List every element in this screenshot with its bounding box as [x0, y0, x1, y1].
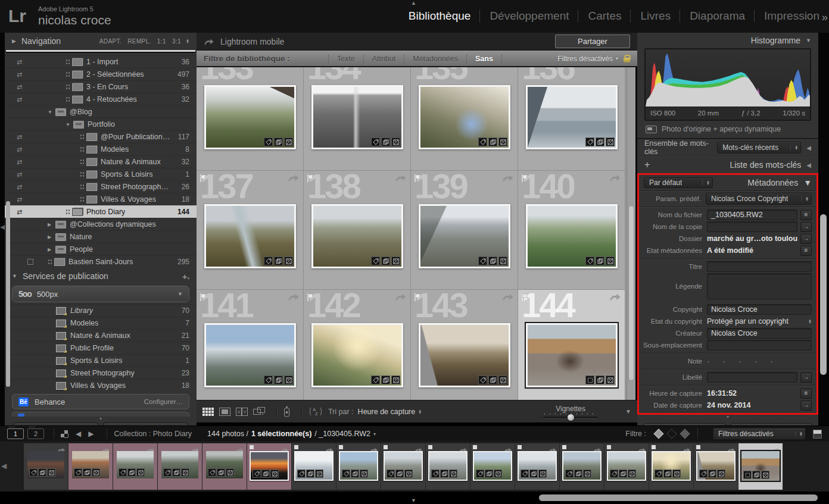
photo-thumbnail[interactable]: [311, 204, 403, 268]
module-tab[interactable]: Diaporama: [680, 10, 745, 23]
grid-cell[interactable]: 143: [411, 290, 518, 400]
develop-badge-icon[interactable]: [360, 469, 368, 478]
rotate-arrow-icon[interactable]: [502, 293, 514, 301]
keyword-badge-icon[interactable]: [610, 469, 618, 478]
develop-badge-icon[interactable]: [391, 256, 400, 265]
develop-badge-icon[interactable]: [47, 468, 55, 477]
keyword-badge-icon[interactable]: [297, 469, 306, 478]
module-tab[interactable]: Bibliothèque: [409, 10, 471, 23]
filmstrip-frame[interactable]: [247, 443, 292, 490]
zoom-option[interactable]: REMPL.: [127, 38, 151, 45]
loupe-view-icon[interactable]: [219, 408, 230, 416]
rejected-filter-icon[interactable]: [680, 429, 690, 439]
keyword-badge-icon[interactable]: [521, 469, 529, 478]
title-field[interactable]: [707, 261, 812, 272]
keyword-badge-icon[interactable]: [29, 468, 38, 477]
filmstrip-frame[interactable]: [604, 443, 649, 490]
secondary-window-button[interactable]: 2: [27, 428, 44, 439]
keyword-badge-icon[interactable]: [208, 468, 216, 477]
add-service-icon[interactable]: +▾: [182, 271, 189, 281]
keyword-set-dropdown[interactable]: Mots-clés récents ▲▼: [717, 142, 801, 154]
collection-badge-icon[interactable]: [596, 375, 604, 384]
develop-badge-icon[interactable]: [628, 469, 636, 478]
module-tab[interactable]: Développement: [479, 10, 569, 23]
painter-spray-icon[interactable]: [283, 406, 290, 417]
filename-field[interactable]: _1030405.RW2: [707, 209, 797, 220]
filmstrip-filter-dropdown[interactable]: Filtres désactivés ▲▼: [713, 428, 806, 440]
photo-thumbnail[interactable]: [311, 85, 403, 149]
publish-services-header[interactable]: ▼ Services de publication +▾: [5, 268, 197, 284]
photo-thumbnail[interactable]: [526, 85, 618, 149]
filmstrip-thumbnail[interactable]: [696, 451, 735, 481]
collection-row[interactable]: ⇄ Nature & Animaux 32: [5, 155, 197, 168]
grid-cell[interactable]: 136: [518, 67, 625, 171]
published-collection-row[interactable]: Library 70: [5, 304, 197, 317]
go-arrow-button[interactable]: →: [800, 372, 812, 383]
expand-triangle-icon[interactable]: [48, 222, 55, 227]
photo-thumbnail[interactable]: [419, 85, 510, 149]
zoom-option[interactable]: 3:1: [172, 38, 181, 45]
keyword-list-header[interactable]: + Liste des mots-clés ◀: [637, 156, 818, 173]
collection-row[interactable]: ⇄ 1 - Import 36: [5, 55, 197, 68]
grid-cell[interactable]: 141: [197, 290, 304, 400]
develop-badge-icon[interactable]: [92, 468, 100, 477]
develop-badge-icon[interactable]: [498, 256, 507, 265]
keyword-badge-icon[interactable]: [74, 468, 82, 477]
bottom-panel-toggle-icon[interactable]: ▼: [411, 497, 416, 503]
keyword-badge-icon[interactable]: [565, 469, 574, 478]
action-list-button[interactable]: ≡: [800, 389, 812, 399]
filmstrip-thumbnail[interactable]: [428, 451, 468, 481]
filter-tab[interactable]: Métadonnées: [404, 55, 466, 63]
develop-badge-icon[interactable]: [538, 469, 547, 478]
collection-row[interactable]: ⇄ Bastien Saint-Jours 295: [5, 255, 197, 268]
collection-badge-icon[interactable]: [127, 468, 136, 477]
flag-icon[interactable]: [414, 174, 422, 183]
develop-badge-icon[interactable]: [717, 469, 725, 478]
expand-triangle-icon[interactable]: [48, 109, 55, 115]
panel-resize-caret[interactable]: ▾: [5, 417, 197, 421]
filmstrip-frame[interactable]: [24, 443, 68, 490]
go-arrow-button[interactable]: →: [800, 222, 812, 232]
filmstrip-frame[interactable]: [381, 443, 426, 490]
flag-icon[interactable]: [521, 174, 529, 183]
rotate-arrow-icon[interactable]: [609, 174, 621, 182]
filmstrip-frame[interactable]: [649, 443, 694, 490]
collection-badge-icon[interactable]: [485, 469, 493, 478]
crop-badge-icon[interactable]: [743, 471, 752, 479]
dropdown-spinner-icon[interactable]: ▲▼: [808, 319, 812, 324]
keyword-badge-icon[interactable]: [371, 375, 380, 384]
collection-row[interactable]: ⇄ Street Photograph… 26: [5, 180, 197, 193]
published-collection-row[interactable]: Nature & Animaux 21: [5, 329, 197, 342]
keyword-badge-icon[interactable]: [585, 137, 594, 146]
grid-cell[interactable]: 133: [197, 67, 304, 171]
keyword-badge-icon[interactable]: [478, 256, 487, 265]
filter-toggle-switch[interactable]: [813, 430, 822, 439]
filmstrip-thumbnail[interactable]: [161, 451, 198, 478]
rotate-arrow-icon[interactable]: [288, 293, 300, 301]
previous-photo-icon[interactable]: ◀: [76, 430, 81, 438]
collection-badge-icon[interactable]: [529, 469, 538, 478]
collection-row[interactable]: ⇄ 3 - En Cours 36: [5, 80, 197, 93]
slider-knob[interactable]: [568, 414, 574, 421]
selection-summary[interactable]: 144 photos / 1 sélectionnée(s) / _103040…: [207, 430, 376, 438]
filmstrip-frame[interactable]: [202, 443, 247, 490]
collection-row[interactable]: ⇄ People: [5, 243, 197, 255]
photo-thumbnail[interactable]: [204, 204, 296, 268]
collection-badge-icon[interactable]: [274, 375, 283, 384]
module-tab[interactable]: Cartes: [578, 10, 621, 23]
collection-row[interactable]: ⇄ Nature: [5, 230, 197, 243]
expand-triangle-icon[interactable]: [48, 247, 55, 252]
keyword-badge-icon[interactable]: [478, 375, 487, 384]
collection-badge-icon[interactable]: [381, 256, 390, 265]
collection-badge-icon[interactable]: [274, 137, 283, 146]
flag-filter-icon[interactable]: [654, 429, 664, 439]
collection-row[interactable]: ⇄ Sports & Loisirs 1: [5, 168, 197, 180]
keyword-badge-icon[interactable]: [264, 256, 273, 265]
sort-value-dropdown[interactable]: Heure de capture ▲▼: [358, 408, 422, 416]
keyword-badge-icon[interactable]: [431, 469, 440, 478]
histogram-header[interactable]: Histogramme ▼: [637, 33, 818, 48]
filmstrip-frame[interactable]: [68, 443, 113, 490]
develop-badge-icon[interactable]: [315, 469, 323, 478]
filmstrip-frame[interactable]: [336, 443, 381, 490]
develop-badge-icon[interactable]: [284, 375, 293, 384]
